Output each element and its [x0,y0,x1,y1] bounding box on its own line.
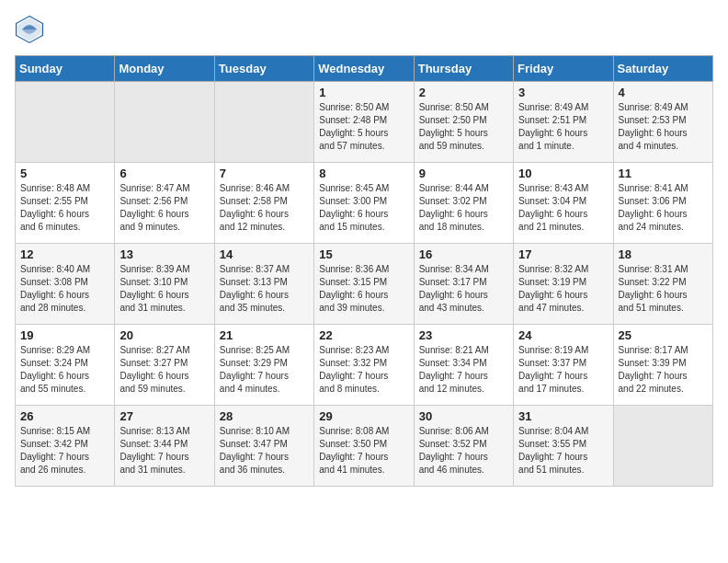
day-info: Sunrise: 8:34 AM Sunset: 3:17 PM Dayligh… [419,263,508,315]
calendar-cell: 12Sunrise: 8:40 AM Sunset: 3:08 PM Dayli… [16,244,115,325]
day-info: Sunrise: 8:49 AM Sunset: 2:51 PM Dayligh… [518,101,608,153]
calendar-cell: 4Sunrise: 8:49 AM Sunset: 2:53 PM Daylig… [613,82,712,163]
calendar-cell: 6Sunrise: 8:47 AM Sunset: 2:56 PM Daylig… [115,163,214,244]
calendar-cell: 15Sunrise: 8:36 AM Sunset: 3:15 PM Dayli… [314,244,414,325]
calendar-week-4: 26Sunrise: 8:15 AM Sunset: 3:42 PM Dayli… [16,406,713,487]
page-header [15,15,713,44]
day-number: 27 [119,409,209,423]
column-header-friday: Friday [514,56,613,82]
calendar-cell: 31Sunrise: 8:04 AM Sunset: 3:55 PM Dayli… [514,406,613,487]
calendar-cell: 21Sunrise: 8:25 AM Sunset: 3:29 PM Dayli… [214,325,313,406]
logo-icon [15,15,44,44]
day-info: Sunrise: 8:37 AM Sunset: 3:13 PM Dayligh… [220,263,309,315]
day-number: 31 [518,409,608,423]
day-number: 29 [319,409,408,423]
calendar-cell: 11Sunrise: 8:41 AM Sunset: 3:06 PM Dayli… [613,163,712,244]
day-number: 12 [20,247,109,261]
logo [15,15,48,44]
calendar-week-0: 1Sunrise: 8:50 AM Sunset: 2:48 PM Daylig… [16,82,713,163]
day-info: Sunrise: 8:29 AM Sunset: 3:24 PM Dayligh… [20,344,109,396]
calendar-week-2: 12Sunrise: 8:40 AM Sunset: 3:08 PM Dayli… [16,244,713,325]
day-info: Sunrise: 8:43 AM Sunset: 3:04 PM Dayligh… [518,182,608,234]
calendar-cell: 1Sunrise: 8:50 AM Sunset: 2:48 PM Daylig… [314,82,414,163]
calendar-cell: 20Sunrise: 8:27 AM Sunset: 3:27 PM Dayli… [115,325,214,406]
day-number: 4 [619,86,708,99]
day-info: Sunrise: 8:50 AM Sunset: 2:48 PM Dayligh… [319,101,408,153]
day-number: 13 [119,247,209,261]
day-info: Sunrise: 8:15 AM Sunset: 3:42 PM Dayligh… [20,425,109,477]
day-number: 2 [419,86,508,99]
day-info: Sunrise: 8:27 AM Sunset: 3:27 PM Dayligh… [119,344,209,396]
day-number: 25 [619,328,708,342]
day-info: Sunrise: 8:46 AM Sunset: 2:58 PM Dayligh… [220,182,309,234]
calendar-cell: 26Sunrise: 8:15 AM Sunset: 3:42 PM Dayli… [16,406,115,487]
day-number: 5 [20,167,109,180]
day-info: Sunrise: 8:19 AM Sunset: 3:37 PM Dayligh… [518,344,608,396]
calendar-cell: 29Sunrise: 8:08 AM Sunset: 3:50 PM Dayli… [314,406,414,487]
day-info: Sunrise: 8:25 AM Sunset: 3:29 PM Dayligh… [220,344,309,396]
day-info: Sunrise: 8:40 AM Sunset: 3:08 PM Dayligh… [20,263,109,315]
calendar-cell: 30Sunrise: 8:06 AM Sunset: 3:52 PM Dayli… [414,406,513,487]
day-number: 26 [20,409,109,423]
calendar-cell: 27Sunrise: 8:13 AM Sunset: 3:44 PM Dayli… [115,406,214,487]
day-number: 6 [119,167,209,180]
column-header-sunday: Sunday [16,56,115,82]
day-info: Sunrise: 8:06 AM Sunset: 3:52 PM Dayligh… [419,425,508,477]
column-header-monday: Monday [115,56,214,82]
day-number: 7 [220,167,309,180]
calendar-cell: 25Sunrise: 8:17 AM Sunset: 3:39 PM Dayli… [613,325,712,406]
calendar-cell: 8Sunrise: 8:45 AM Sunset: 3:00 PM Daylig… [314,163,414,244]
calendar-header-row: SundayMondayTuesdayWednesdayThursdayFrid… [16,56,713,82]
calendar-cell [16,82,115,163]
day-info: Sunrise: 8:44 AM Sunset: 3:02 PM Dayligh… [419,182,508,234]
day-info: Sunrise: 8:41 AM Sunset: 3:06 PM Dayligh… [619,182,708,234]
day-info: Sunrise: 8:48 AM Sunset: 2:55 PM Dayligh… [20,182,109,234]
calendar-cell: 19Sunrise: 8:29 AM Sunset: 3:24 PM Dayli… [16,325,115,406]
calendar-cell: 9Sunrise: 8:44 AM Sunset: 3:02 PM Daylig… [414,163,513,244]
calendar-cell [214,82,313,163]
calendar-cell: 17Sunrise: 8:32 AM Sunset: 3:19 PM Dayli… [514,244,613,325]
calendar-cell: 7Sunrise: 8:46 AM Sunset: 2:58 PM Daylig… [214,163,313,244]
day-info: Sunrise: 8:13 AM Sunset: 3:44 PM Dayligh… [119,425,209,477]
day-info: Sunrise: 8:39 AM Sunset: 3:10 PM Dayligh… [119,263,209,315]
calendar-cell: 16Sunrise: 8:34 AM Sunset: 3:17 PM Dayli… [414,244,513,325]
day-number: 21 [220,328,309,342]
day-info: Sunrise: 8:32 AM Sunset: 3:19 PM Dayligh… [518,263,608,315]
day-number: 10 [518,167,608,180]
calendar-week-3: 19Sunrise: 8:29 AM Sunset: 3:24 PM Dayli… [16,325,713,406]
day-number: 28 [220,409,309,423]
day-number: 30 [419,409,508,423]
calendar-table: SundayMondayTuesdayWednesdayThursdayFrid… [15,55,713,487]
day-number: 11 [619,167,708,180]
column-header-tuesday: Tuesday [214,56,313,82]
calendar-cell: 28Sunrise: 8:10 AM Sunset: 3:47 PM Dayli… [214,406,313,487]
day-number: 17 [518,247,608,261]
calendar-cell: 5Sunrise: 8:48 AM Sunset: 2:55 PM Daylig… [16,163,115,244]
column-header-wednesday: Wednesday [314,56,414,82]
day-info: Sunrise: 8:04 AM Sunset: 3:55 PM Dayligh… [518,425,608,477]
calendar-cell: 13Sunrise: 8:39 AM Sunset: 3:10 PM Dayli… [115,244,214,325]
day-number: 22 [319,328,408,342]
day-number: 8 [319,167,408,180]
column-header-saturday: Saturday [613,56,712,82]
day-number: 3 [518,86,608,99]
day-info: Sunrise: 8:10 AM Sunset: 3:47 PM Dayligh… [220,425,309,477]
calendar-cell: 2Sunrise: 8:50 AM Sunset: 2:50 PM Daylig… [414,82,513,163]
day-info: Sunrise: 8:45 AM Sunset: 3:00 PM Dayligh… [319,182,408,234]
day-info: Sunrise: 8:17 AM Sunset: 3:39 PM Dayligh… [619,344,708,396]
calendar-cell: 10Sunrise: 8:43 AM Sunset: 3:04 PM Dayli… [514,163,613,244]
day-info: Sunrise: 8:47 AM Sunset: 2:56 PM Dayligh… [119,182,209,234]
day-info: Sunrise: 8:49 AM Sunset: 2:53 PM Dayligh… [619,101,708,153]
calendar-cell: 22Sunrise: 8:23 AM Sunset: 3:32 PM Dayli… [314,325,414,406]
day-number: 23 [419,328,508,342]
day-number: 20 [119,328,209,342]
day-number: 14 [220,247,309,261]
day-number: 19 [20,328,109,342]
day-info: Sunrise: 8:50 AM Sunset: 2:50 PM Dayligh… [419,101,508,153]
calendar-cell: 24Sunrise: 8:19 AM Sunset: 3:37 PM Dayli… [514,325,613,406]
calendar-cell: 3Sunrise: 8:49 AM Sunset: 2:51 PM Daylig… [514,82,613,163]
calendar-cell: 23Sunrise: 8:21 AM Sunset: 3:34 PM Dayli… [414,325,513,406]
day-number: 15 [319,247,408,261]
calendar-cell: 18Sunrise: 8:31 AM Sunset: 3:22 PM Dayli… [613,244,712,325]
day-info: Sunrise: 8:36 AM Sunset: 3:15 PM Dayligh… [319,263,408,315]
